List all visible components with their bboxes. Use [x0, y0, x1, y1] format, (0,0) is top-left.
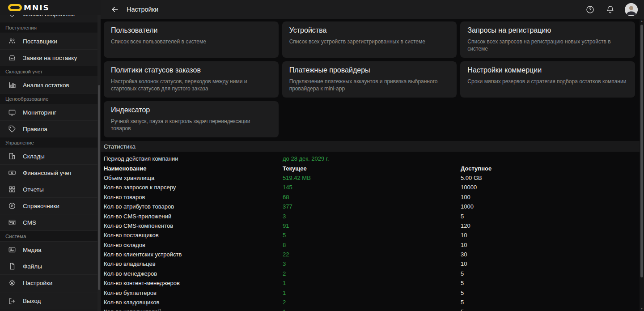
- heart-icon: [8, 15, 17, 18]
- stat-available-value: 10: [461, 260, 640, 267]
- sidebar-item-favorites-lists[interactable]: Списки избранных: [0, 15, 97, 22]
- stat-name: Кол-во атрибутов товаров: [104, 203, 283, 210]
- settings-card-description: Подключение платежных аккаунтов и привяз…: [289, 78, 450, 92]
- sidebar-section-label: Управление: [5, 140, 34, 145]
- stat-available-value: 5: [461, 299, 640, 306]
- sidebar-item-media[interactable]: Медиа: [0, 242, 97, 258]
- sidebar-section-label: Складской учет: [5, 69, 42, 74]
- back-button[interactable]: [110, 4, 120, 15]
- sidebar-item-supply-requests[interactable]: Заявки на поставку: [0, 50, 97, 66]
- period-value: до 28 дек. 2029 г.: [283, 155, 461, 162]
- sidebar-item-label: Настройки: [23, 280, 52, 286]
- settings-card-description: Список всех пользователей в системе: [111, 38, 271, 45]
- stat-name: Кол-во менеджеров: [104, 270, 283, 277]
- avatar[interactable]: [625, 3, 638, 16]
- sidebar-section-warehouse-accounting: Складской учет: [0, 66, 97, 77]
- stat-available-value: 5: [461, 308, 640, 311]
- stat-available-value: 5.00 GB: [461, 175, 640, 181]
- sidebar-item-label: Мониторинг: [23, 109, 56, 116]
- stat-available-value: 5: [461, 280, 640, 286]
- statistics-section-header: Статистика: [101, 141, 640, 152]
- settings-card[interactable]: Платежные провайдеры Подключение платежн…: [282, 61, 457, 98]
- settings-card[interactable]: Устройства Список всех устройств зарегис…: [282, 21, 457, 58]
- stat-current-value: 3: [283, 260, 461, 267]
- stat-available-value: 120: [461, 222, 640, 229]
- file-icon: [8, 262, 17, 270]
- stat-name: Кол-во владельцев: [104, 260, 283, 267]
- settings-card[interactable]: Настройки коммерции Сроки мягких резерво…: [460, 61, 635, 98]
- sidebar-item-warehouses[interactable]: Склады: [0, 148, 97, 165]
- stat-current-value: 1: [283, 280, 461, 286]
- period-label: Период действия компании: [104, 155, 283, 162]
- settings-card-description: Ручной запуск, пауза и контроль задач пе…: [111, 118, 271, 132]
- sidebar-item-label: Правила: [23, 126, 47, 132]
- statistics-row: Кол-во менеджеров 2 5: [104, 269, 640, 278]
- statistics-title: Статистика: [104, 143, 136, 150]
- stat-available-value: 30: [461, 251, 640, 258]
- settings-card[interactable]: Пользователи Список всех пользователей в…: [104, 21, 279, 58]
- stat-name: Кол-во клиентских устройств: [104, 251, 283, 258]
- omnis-logo-o-icon: [8, 4, 22, 11]
- settings-card-title: Индексатор: [111, 106, 271, 114]
- sidebar-item-logout[interactable]: Выход: [0, 293, 97, 309]
- sidebar-item-stock-analysis[interactable]: Анализ остатков: [0, 77, 97, 94]
- sidebar-item-suppliers[interactable]: Поставщики: [0, 33, 97, 50]
- column-header-available: Доступное: [461, 165, 640, 172]
- sidebar-item-settings[interactable]: Настройки: [0, 275, 97, 291]
- main-scrollbar-thumb[interactable]: [640, 25, 643, 277]
- stat-available-value: 100: [461, 194, 640, 200]
- help-button[interactable]: [585, 4, 596, 15]
- sidebar-item-monitoring[interactable]: Мониторинг: [0, 104, 97, 121]
- stat-current-value: 1: [283, 290, 461, 296]
- sidebar-item-label: CMS: [23, 219, 36, 226]
- sidebar-section-pricing: Ценообразование: [0, 94, 97, 104]
- statistics-header-row: Наименование Текущее Доступное: [104, 163, 640, 173]
- statistics-row: Кол-во CMS-компонентов 91 120: [104, 221, 640, 230]
- bell-icon: [606, 5, 615, 14]
- stat-name: Кол-во запросов к парсеру: [104, 184, 283, 191]
- sidebar-item-cms[interactable]: CMS: [0, 214, 97, 231]
- sidebar-scrollbar-thumb[interactable]: [98, 85, 100, 290]
- statistics-row: Кол-во товаров 68 100: [104, 192, 640, 202]
- settings-cards-grid: Пользователи Список всех пользователей в…: [104, 21, 635, 137]
- settings-card-title: Пользователи: [111, 26, 271, 34]
- statistics-row: Кол-во CMS-приложений 3 5: [104, 211, 640, 221]
- statistics-row: Кол-во исполнителей 1 5: [104, 307, 640, 311]
- main-scrollbar[interactable]: ▲ ▼: [640, 19, 644, 311]
- stat-current-value: 145: [283, 184, 461, 191]
- sidebar-section-system: Система: [0, 231, 97, 242]
- period-row: Период действия компании до 28 дек. 2029…: [104, 154, 640, 163]
- inbox-icon: [8, 54, 17, 62]
- sidebar-item-files[interactable]: Файлы: [0, 258, 97, 275]
- sidebar-item-label: Анализ остатков: [23, 82, 69, 89]
- sidebar-item-reports[interactable]: Отчеты: [0, 181, 97, 198]
- sidebar-item-rules[interactable]: Правила: [0, 121, 97, 137]
- scrollbar-down-arrow[interactable]: ▼: [640, 307, 644, 310]
- building-icon: [8, 152, 17, 160]
- banknote-icon: [8, 169, 17, 177]
- image-icon: [8, 246, 17, 254]
- stat-name: Кол-во исполнителей: [104, 308, 283, 311]
- notifications-button[interactable]: [605, 4, 616, 15]
- omnis-logo[interactable]: MNIS: [8, 3, 50, 12]
- statistics-row: Кол-во поставщиков 5 10: [104, 230, 640, 240]
- gear-icon: [8, 279, 17, 287]
- sidebar-scrollbar[interactable]: [97, 15, 101, 311]
- omnis-logo-text: MNIS: [24, 3, 50, 11]
- statistics-row: Кол-во контент-менеджеров 1 5: [104, 278, 640, 288]
- settings-card[interactable]: Индексатор Ручной запуск, пауза и контро…: [104, 101, 279, 137]
- settings-card-title: Политики статусов заказов: [111, 66, 271, 74]
- sidebar-item-directories[interactable]: Справочники: [0, 198, 97, 214]
- help-icon: [585, 5, 595, 14]
- sidebar-item-label: Медиа: [23, 247, 42, 253]
- statistics-row: Кол-во кладовщиков 2 5: [104, 298, 640, 307]
- users-icon: [8, 37, 17, 45]
- sidebar-item-financial-accounting[interactable]: Финансовый учет: [0, 165, 97, 181]
- settings-card[interactable]: Запросы на регистрацию Список всех запро…: [460, 21, 635, 58]
- stat-current-value: 2: [283, 299, 461, 306]
- sidebar-section-receipts: Поступления: [0, 22, 97, 33]
- scrollbar-up-arrow[interactable]: ▲: [640, 20, 644, 22]
- stat-available-value: 5: [461, 290, 640, 296]
- sidebar-item-label: Выход: [23, 298, 41, 304]
- settings-card[interactable]: Политики статусов заказов Настройка коло…: [104, 61, 279, 98]
